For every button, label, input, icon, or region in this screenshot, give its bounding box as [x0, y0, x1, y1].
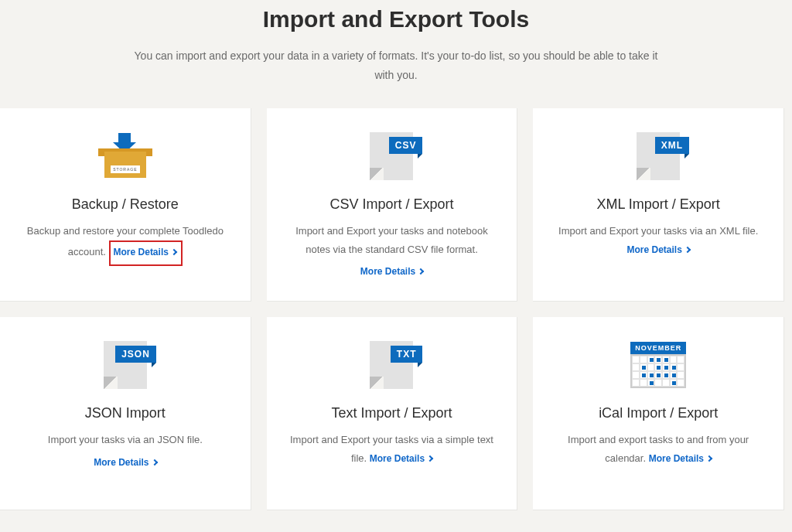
file-csv-icon: CSV — [370, 132, 413, 180]
more-details-link[interactable]: More Details — [626, 244, 689, 255]
storage-box-icon: STORAGE — [98, 133, 152, 179]
tool-card: JSON JSON Import Import your tasks via a… — [0, 317, 251, 510]
chevron-right-icon — [427, 455, 433, 462]
tool-card: TXT Text Import / Export Import and Expo… — [267, 317, 518, 510]
chevron-right-icon — [171, 249, 177, 255]
more-details-label: More Details — [370, 453, 425, 464]
card-description: Import and Export your tasks and noteboo… — [285, 222, 499, 258]
file-json-icon: JSON — [104, 341, 147, 389]
page-subtitle: You can import and export your data in a… — [125, 46, 667, 85]
more-details-link[interactable]: More Details — [109, 240, 183, 267]
file-xml-icon: XML — [637, 132, 680, 180]
more-details-label: More Details — [360, 266, 415, 277]
card-description: Import your tasks via an JSON file. — [19, 431, 232, 448]
card-description: Backup and restore your complete Toodled… — [11, 222, 240, 266]
chevron-right-icon — [151, 459, 157, 466]
tool-card: STORAGE Backup / Restore Backup and rest… — [0, 108, 251, 302]
card-title: Backup / Restore — [11, 196, 240, 213]
page-title: Import and Export Tools — [15, 6, 777, 32]
card-title: XML Import / Export — [551, 196, 765, 213]
card-title: JSON Import — [19, 405, 232, 421]
card-title: iCal Import / Export — [551, 405, 765, 421]
more-details-label: More Details — [94, 457, 148, 468]
more-details-link[interactable]: More Details — [649, 453, 712, 464]
calendar-icon: NOVEMBER — [630, 342, 686, 388]
card-description: Import and Export your tasks via an XML … — [551, 222, 765, 258]
card-title: CSV Import / Export — [285, 196, 499, 213]
tool-card: XML XML Import / Export Import and Expor… — [533, 108, 784, 302]
more-details-label: More Details — [649, 453, 704, 464]
more-details-link[interactable]: More Details — [285, 266, 499, 277]
card-description: Import and Export your tasks via a simpl… — [285, 431, 499, 467]
more-details-label: More Details — [626, 244, 681, 255]
card-title: Text Import / Export — [285, 405, 499, 421]
chevron-right-icon — [418, 268, 424, 275]
card-description: Import and export tasks to and from your… — [551, 431, 765, 467]
tool-card: CSV CSV Import / Export Import and Expor… — [267, 108, 518, 302]
file-txt-icon: TXT — [370, 341, 413, 389]
more-details-label: More Details — [114, 247, 169, 257]
more-details-link[interactable]: More Details — [19, 457, 232, 468]
chevron-right-icon — [684, 247, 691, 253]
tool-card: NOVEMBER iCal Import / Export Import and… — [533, 317, 784, 510]
more-details-link[interactable]: More Details — [370, 453, 432, 464]
chevron-right-icon — [706, 455, 712, 462]
